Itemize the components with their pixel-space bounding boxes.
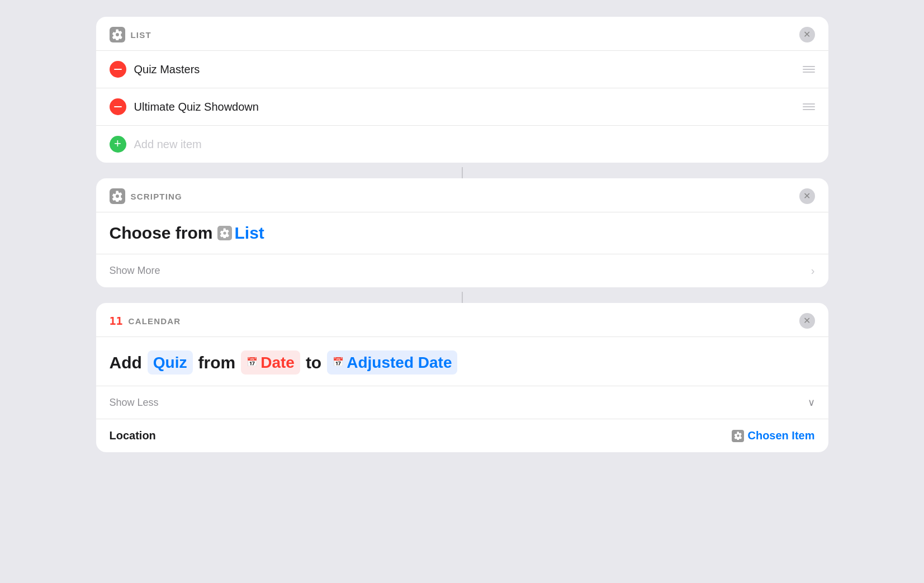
calendar-header-left: 11 CALENDAR bbox=[110, 314, 181, 328]
list-item-text: Quiz Masters bbox=[134, 63, 200, 76]
scripting-card: SCRIPTING ✕ Choose from List Show More › bbox=[96, 178, 828, 287]
add-item-left: Add new item bbox=[110, 136, 202, 153]
drag-handle[interactable] bbox=[803, 66, 815, 73]
scripting-close-button[interactable]: ✕ bbox=[799, 188, 815, 204]
location-row: Location Chosen Item bbox=[96, 419, 828, 452]
chevron-right-icon: › bbox=[811, 264, 815, 277]
scripting-gear-icon bbox=[110, 188, 125, 204]
list-badge[interactable]: List bbox=[217, 224, 264, 243]
chosen-item-gear-icon bbox=[732, 430, 744, 442]
list-card: LIST ✕ Quiz Masters Ultimate Quiz Showdo… bbox=[96, 17, 828, 163]
add-item-row[interactable]: Add new item bbox=[96, 126, 828, 163]
list-header-left: LIST bbox=[110, 27, 151, 42]
calendar-body: Add Quiz from 📅 Date to 📅 Adjusted Date bbox=[96, 337, 828, 375]
list-header-label: LIST bbox=[131, 30, 151, 40]
calendar-icon: 11 bbox=[110, 314, 123, 328]
list-item-left: Quiz Masters bbox=[110, 61, 200, 78]
adjusted-date-icon: 📅 bbox=[333, 356, 344, 368]
chosen-item-label: Chosen Item bbox=[747, 429, 814, 442]
scripting-body: Choose from List bbox=[96, 212, 828, 243]
list-item-delete-button[interactable] bbox=[110, 98, 126, 115]
add-item-placeholder: Add new item bbox=[134, 138, 202, 151]
connector-line bbox=[462, 167, 463, 178]
list-item-delete-button[interactable] bbox=[110, 61, 126, 78]
date-icon: 📅 bbox=[247, 356, 258, 368]
calendar-title: Add Quiz from 📅 Date to 📅 Adjusted Date bbox=[110, 350, 815, 375]
show-less-row[interactable]: Show Less ∨ bbox=[96, 386, 828, 419]
show-more-row[interactable]: Show More › bbox=[96, 254, 828, 287]
badge-gear-icon bbox=[217, 226, 232, 240]
scripting-header-label: SCRIPTING bbox=[131, 192, 182, 201]
date-badge-label: Date bbox=[260, 352, 295, 373]
list-item: Ultimate Quiz Showdown bbox=[96, 88, 828, 126]
list-item-left: Ultimate Quiz Showdown bbox=[110, 98, 259, 115]
show-less-label: Show Less bbox=[110, 397, 159, 409]
scripting-title: Choose from List bbox=[110, 224, 815, 243]
location-label: Location bbox=[110, 429, 156, 442]
calendar-card-header: 11 CALENDAR ✕ bbox=[96, 303, 828, 337]
scripting-card-header: SCRIPTING ✕ bbox=[96, 178, 828, 212]
show-more-label: Show More bbox=[110, 265, 160, 277]
list-item: Quiz Masters bbox=[96, 51, 828, 88]
quiz-badge[interactable]: Quiz bbox=[148, 350, 193, 375]
drag-handle[interactable] bbox=[803, 103, 815, 110]
list-badge-label: List bbox=[235, 224, 264, 243]
calendar-header-label: CALENDAR bbox=[129, 316, 181, 326]
list-card-header: LIST ✕ bbox=[96, 17, 828, 51]
adjusted-date-label: Adjusted Date bbox=[347, 352, 452, 373]
adjusted-date-badge[interactable]: 📅 Adjusted Date bbox=[327, 350, 457, 375]
add-label: Add bbox=[110, 351, 142, 375]
from-label: from bbox=[198, 351, 236, 375]
chevron-down-icon: ∨ bbox=[808, 396, 815, 409]
list-item-text: Ultimate Quiz Showdown bbox=[134, 101, 259, 113]
chosen-item-badge[interactable]: Chosen Item bbox=[732, 429, 814, 442]
to-label: to bbox=[306, 351, 321, 375]
calendar-close-button[interactable]: ✕ bbox=[799, 313, 815, 329]
scripting-header-left: SCRIPTING bbox=[110, 188, 182, 204]
connector-line-2 bbox=[462, 292, 463, 303]
add-item-button[interactable] bbox=[110, 136, 126, 153]
choose-from-label: Choose from bbox=[110, 224, 213, 243]
list-close-button[interactable]: ✕ bbox=[799, 27, 815, 42]
calendar-card: 11 CALENDAR ✕ Add Quiz from 📅 Date to 📅 … bbox=[96, 303, 828, 452]
date-badge[interactable]: 📅 Date bbox=[241, 350, 300, 375]
list-gear-icon bbox=[110, 27, 125, 42]
